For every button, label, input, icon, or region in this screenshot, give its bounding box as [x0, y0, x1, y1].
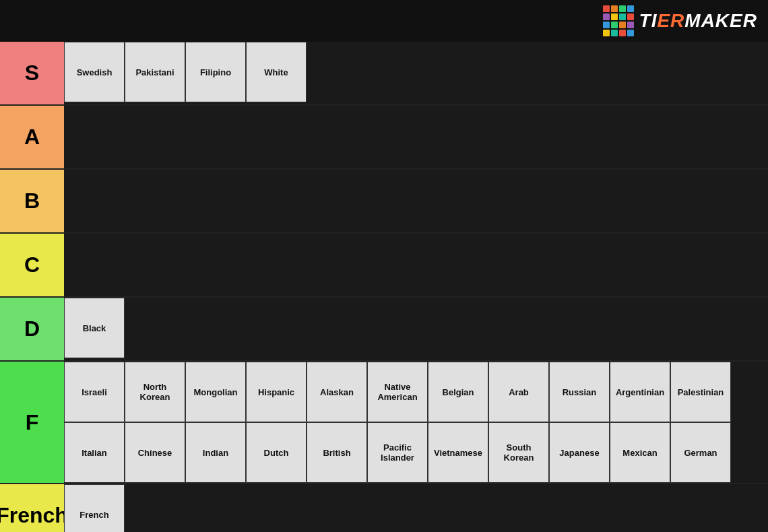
- logo-cell: [619, 30, 626, 36]
- tier-item[interactable]: Dutch: [246, 422, 307, 483]
- tier-item[interactable]: Israeli: [64, 362, 125, 422]
- tier-items-french: French: [64, 484, 768, 532]
- logo-text: Tiermaker: [639, 10, 757, 32]
- tier-items-c: [64, 234, 768, 296]
- logo-cell: [619, 13, 626, 20]
- tier-item[interactable]: South Korean: [488, 422, 549, 483]
- tier-item[interactable]: Argentinian: [610, 362, 670, 422]
- logo-cell: [619, 22, 626, 28]
- tiermaker-logo: Tiermaker: [603, 5, 757, 36]
- tier-item[interactable]: Russian: [549, 362, 610, 422]
- tier-item[interactable]: Native American: [367, 362, 428, 422]
- logo-cell: [627, 30, 634, 36]
- tier-item[interactable]: French: [64, 484, 125, 532]
- tier-row-french: FrenchFrench: [0, 484, 768, 532]
- tier-item[interactable]: Indian: [185, 422, 246, 483]
- tier-item[interactable]: Alaskan: [307, 362, 367, 422]
- tier-item[interactable]: Black: [64, 298, 125, 358]
- tier-items-s: SwedishPakistaniFilipinoWhite: [64, 42, 768, 104]
- tier-items-a: [64, 106, 768, 168]
- tier-label-f: F: [0, 362, 64, 483]
- tier-item[interactable]: Arab: [488, 362, 549, 422]
- tier-item[interactable]: Chinese: [125, 422, 185, 483]
- logo-cell: [627, 13, 634, 20]
- logo-cell: [603, 13, 610, 20]
- logo-cell: [611, 22, 618, 28]
- tier-row-s: SSwedishPakistaniFilipinoWhite: [0, 42, 768, 106]
- tier-item[interactable]: Filipino: [185, 42, 246, 102]
- tier-item[interactable]: Pacific Islander: [367, 422, 428, 483]
- logo-cell: [603, 5, 610, 12]
- tier-row-a: A: [0, 106, 768, 170]
- tier-label-s: S: [0, 42, 64, 104]
- logo-cell: [619, 5, 626, 12]
- tier-items-b: [64, 170, 768, 232]
- tier-label-d: D: [0, 298, 64, 360]
- tier-item[interactable]: Hispanic: [246, 362, 307, 422]
- tier-label-c: C: [0, 234, 64, 296]
- tier-items-f: IsraeliNorth KoreanMongolianHispanicAlas…: [64, 362, 768, 483]
- tier-row-f: FIsraeliNorth KoreanMongolianHispanicAla…: [0, 362, 768, 484]
- tier-item[interactable]: Pakistani: [125, 42, 185, 102]
- header: Tiermaker: [0, 0, 768, 42]
- tier-item[interactable]: Japanese: [549, 422, 610, 483]
- tier-label-b: B: [0, 170, 64, 232]
- tier-row-b: B: [0, 170, 768, 234]
- tier-item[interactable]: North Korean: [125, 362, 185, 422]
- tier-item[interactable]: Vietnamese: [428, 422, 488, 483]
- tier-row-c: C: [0, 234, 768, 298]
- tier-item[interactable]: German: [670, 422, 731, 483]
- logo-cell: [611, 30, 618, 36]
- tier-item[interactable]: Swedish: [64, 42, 125, 102]
- tier-items-d: Black: [64, 298, 768, 360]
- logo-grid-icon: [603, 5, 634, 36]
- logo-cell: [603, 30, 610, 36]
- logo-cell: [627, 5, 634, 12]
- tier-item[interactable]: White: [246, 42, 307, 102]
- tier-label-french: French: [0, 484, 64, 532]
- tier-list: SSwedishPakistaniFilipinoWhiteABCDBlackF…: [0, 42, 768, 532]
- tier-row-d: DBlack: [0, 298, 768, 362]
- tier-label-a: A: [0, 106, 64, 168]
- logo-cell: [611, 5, 618, 12]
- tier-item[interactable]: British: [307, 422, 367, 483]
- logo-cell: [611, 13, 618, 20]
- logo-cell: [627, 22, 634, 28]
- tier-item[interactable]: Italian: [64, 422, 125, 483]
- tier-item[interactable]: Palestinian: [670, 362, 731, 422]
- logo-cell: [603, 22, 610, 28]
- tier-item[interactable]: Mongolian: [185, 362, 246, 422]
- tier-item[interactable]: Belgian: [428, 362, 488, 422]
- tier-item[interactable]: Mexican: [610, 422, 670, 483]
